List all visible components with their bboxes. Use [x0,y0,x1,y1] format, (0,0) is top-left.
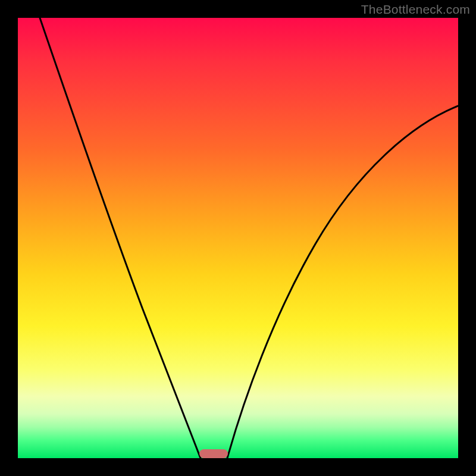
left-curve [40,18,201,458]
curves-svg [18,18,458,458]
plot-area [18,18,458,458]
bottleneck-marker [199,449,228,458]
right-curve [227,106,458,458]
chart-frame: TheBottleneck.com [0,0,476,476]
watermark-text: TheBottleneck.com [361,2,470,17]
